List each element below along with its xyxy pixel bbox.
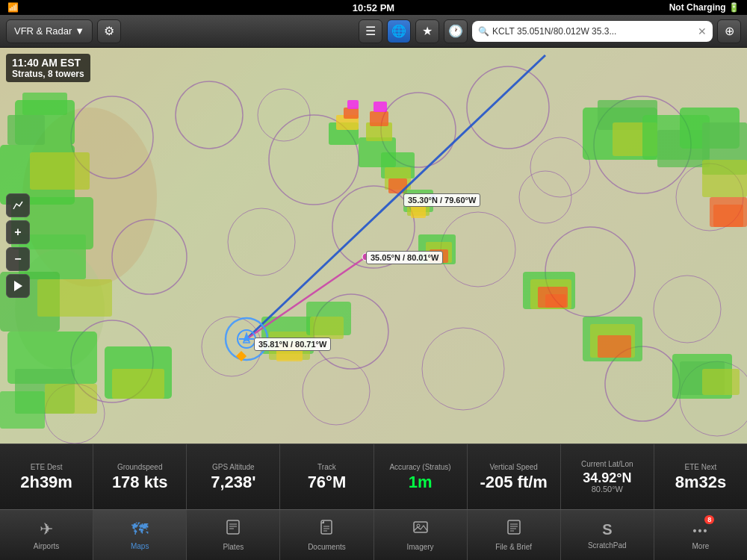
tab-file-brief[interactable]: File & Brief <box>468 510 561 560</box>
location-icon: ⊕ <box>725 24 734 38</box>
status-right: Not Charging 🔋 <box>669 2 740 13</box>
coord-label-3: 35.81°N / 80.71°W <box>254 337 331 351</box>
ete-dest-cell: ETE Dest 2h39m <box>0 444 93 509</box>
tab-plates[interactable]: Plates <box>187 510 280 560</box>
wifi-icon: 📶 <box>7 2 19 13</box>
file-brief-label: File & Brief <box>495 543 532 551</box>
svg-rect-101 <box>508 520 520 534</box>
globe-icon: 🌐 <box>391 24 406 38</box>
status-left: 📶 <box>7 2 19 13</box>
clock-icon: 🕐 <box>448 24 463 38</box>
lat-lon-value: 34.92°N <box>583 471 631 485</box>
plates-label: Plates <box>223 543 244 551</box>
groundspeed-value: 178 kts <box>112 474 168 491</box>
search-icon: 🔍 <box>478 26 489 37</box>
terrain-button[interactable] <box>6 193 30 217</box>
track-value: 76°M <box>308 474 347 491</box>
svg-point-100 <box>417 524 420 527</box>
coord-label-2: 35.05°N / 80.01°W <box>366 251 443 264</box>
lat-lon-sub: 80.50°W <box>592 485 623 494</box>
coord-label-1: 35.30°N / 79.60°W <box>403 193 480 207</box>
lat-lon-label: Current Lat/Lon <box>581 460 633 468</box>
flight-path-svg <box>0 48 747 444</box>
clock-button[interactable]: 🕐 <box>444 19 468 43</box>
globe-button[interactable]: 🌐 <box>387 19 411 43</box>
tab-more[interactable]: ••• 8 More <box>654 510 747 560</box>
accuracy-value: 1m <box>409 474 433 491</box>
track-up-button[interactable] <box>6 274 30 298</box>
star-icon: ★ <box>422 24 433 38</box>
gps-altitude-label: GPS Altitude <box>212 463 255 471</box>
search-clear-button[interactable]: ✕ <box>698 25 707 37</box>
ete-next-label: ETE Next <box>685 463 717 471</box>
more-badge: 8 <box>704 515 714 524</box>
tab-scratchpad[interactable]: S ScratchPad <box>561 510 654 560</box>
settings-button[interactable]: ⚙ <box>97 19 121 43</box>
tab-documents[interactable]: Documents <box>280 510 374 560</box>
toolbar: VFR & Radar ▼ ⚙ ☰ 🌐 ★ 🕐 🔍 ✕ ⊕ <box>0 15 747 48</box>
documents-label: Documents <box>308 543 346 551</box>
ete-next-cell: ETE Next 8m32s <box>654 444 747 509</box>
vertical-speed-value: -205 ft/m <box>480 474 547 491</box>
more-label: More <box>692 542 710 550</box>
plates-icon <box>225 519 241 540</box>
tab-maps[interactable]: 🗺 Maps <box>93 510 187 560</box>
ete-dest-label: ETE Dest <box>31 463 63 471</box>
accuracy-label: Accuracy (Stratus) <box>389 463 450 471</box>
ete-next-value: 8m32s <box>675 474 727 491</box>
airports-label: Airports <box>34 542 59 550</box>
scratchpad-icon: S <box>602 521 612 538</box>
svg-rect-99 <box>414 522 427 532</box>
documents-icon <box>318 519 335 540</box>
vertical-speed-cell: Vertical Speed -205 ft/m <box>468 444 561 509</box>
svg-rect-91 <box>227 520 239 534</box>
tab-imagery[interactable]: Imagery <box>374 510 468 560</box>
accuracy-cell: Accuracy (Stratus) 1m <box>374 444 468 509</box>
map-time: 11:40 AM EST <box>12 57 84 69</box>
layers-button[interactable]: ☰ <box>359 19 382 43</box>
file-brief-icon <box>506 519 522 540</box>
tab-airports[interactable]: ✈ Airports <box>0 510 93 560</box>
settings-icon: ⚙ <box>104 24 114 38</box>
tab-bar: ✈ Airports 🗺 Maps Plates Documents Image… <box>0 509 747 560</box>
scratchpad-label: ScratchPad <box>588 541 627 550</box>
ete-dest-value: 2h39m <box>20 474 72 491</box>
imagery-label: Imagery <box>407 543 434 551</box>
maps-icon: 🗺 <box>131 520 148 539</box>
map-subtitle: Stratus, 8 towers <box>12 69 84 79</box>
map-type-label: VFR & Radar <box>14 25 72 37</box>
gps-altitude-cell: GPS Altitude 7,238' <box>187 444 280 509</box>
vertical-speed-label: Vertical Speed <box>489 463 538 471</box>
maps-label: Maps <box>131 542 149 550</box>
zoom-out-button[interactable]: − <box>6 247 30 271</box>
search-bar[interactable]: 🔍 ✕ <box>472 21 713 42</box>
track-cell: Track 76°M <box>280 444 374 509</box>
map-area[interactable]: 11:40 AM EST Stratus, 8 towers + − 35.30… <box>0 48 747 444</box>
data-strip: ETE Dest 2h39m Groundspeed 178 kts GPS A… <box>0 444 747 509</box>
more-icon: ••• 8 <box>693 520 709 539</box>
zoom-in-button[interactable]: + <box>6 220 30 244</box>
imagery-icon <box>412 519 429 540</box>
svg-line-84 <box>247 55 545 339</box>
airports-icon: ✈ <box>40 520 53 539</box>
groundspeed-cell: Groundspeed 178 kts <box>93 444 187 509</box>
track-label: Track <box>317 463 336 471</box>
gps-altitude-value: 7,238' <box>211 474 255 491</box>
lat-lon-cell: Current Lat/Lon 34.92°N 80.50°W <box>561 444 654 509</box>
favorites-button[interactable]: ★ <box>415 19 439 43</box>
groundspeed-label: Groundspeed <box>117 463 163 471</box>
dropdown-arrow-icon: ▼ <box>75 25 84 37</box>
status-time: 10:52 PM <box>353 2 394 13</box>
map-info-box: 11:40 AM EST Stratus, 8 towers <box>6 54 90 82</box>
map-controls: + − <box>6 193 30 298</box>
map-type-selector[interactable]: VFR & Radar ▼ <box>6 19 93 43</box>
status-bar: 📶 10:52 PM Not Charging 🔋 <box>0 0 747 15</box>
layers-icon: ☰ <box>365 24 376 38</box>
location-button[interactable]: ⊕ <box>717 19 741 43</box>
battery-status: Not Charging 🔋 <box>669 2 740 13</box>
search-input[interactable] <box>492 26 695 37</box>
